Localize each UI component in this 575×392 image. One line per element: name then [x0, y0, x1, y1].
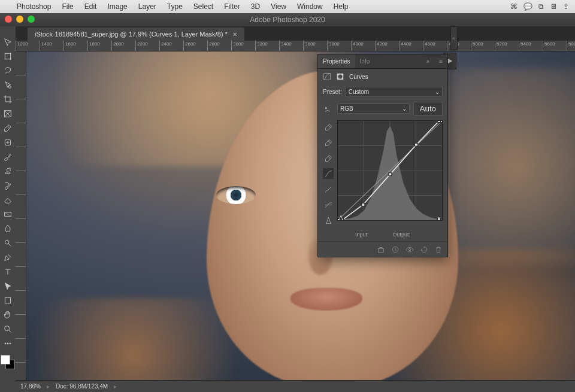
- panel-menu-icon[interactable]: ≡: [434, 54, 447, 68]
- foreground-color-swatch[interactable]: [1, 355, 10, 364]
- clip-to-layer-icon[interactable]: [377, 245, 385, 254]
- type-tool[interactable]: [0, 265, 16, 278]
- svg-rect-73: [378, 248, 383, 252]
- frame-tool[interactable]: [0, 107, 16, 120]
- ruler-tick: 5400: [519, 41, 543, 51]
- ruler-horizontal[interactable]: 1200140016001800200022002400260028003000…: [16, 41, 575, 51]
- canvas-artwork: [26, 51, 575, 380]
- ruler-tick: 1600: [63, 41, 87, 51]
- curves-graph[interactable]: [337, 120, 443, 221]
- status-doc-size[interactable]: Doc: 96,8M/123,4M: [56, 383, 108, 390]
- artboard-tool[interactable]: [0, 50, 16, 63]
- svg-point-58: [325, 107, 327, 109]
- clone-stamp-tool[interactable]: [0, 165, 16, 178]
- white-eyedropper-icon[interactable]: [323, 121, 334, 132]
- gray-eyedropper-icon[interactable]: [323, 137, 334, 148]
- healing-brush-tool[interactable]: [0, 136, 16, 149]
- svg-point-10: [10, 343, 11, 344]
- document-area: iStock-181894581_super.jpg @ 17,9% (Curv…: [16, 26, 575, 392]
- tray-chat-icon[interactable]: 💬: [523, 2, 532, 11]
- document-tabstrip: iStock-181894581_super.jpg @ 17,9% (Curv…: [16, 26, 575, 41]
- foreground-background-swatches[interactable]: [1, 355, 15, 369]
- menu-edit[interactable]: Edit: [84, 2, 97, 11]
- preset-select[interactable]: Custom⌄: [346, 87, 443, 97]
- ruler-tick: 2400: [159, 41, 183, 51]
- blur-tool[interactable]: [0, 222, 16, 235]
- status-zoom[interactable]: 17,86%: [20, 383, 41, 390]
- status-bar: 17,86% ▸ Doc: 96,8M/123,4M ▸: [16, 380, 575, 392]
- svg-point-1: [8, 86, 11, 88]
- black-eyedropper-icon[interactable]: [323, 153, 334, 163]
- menu-photoshop[interactable]: Photoshop: [17, 2, 51, 11]
- tray-screen-icon[interactable]: ⧉: [538, 2, 544, 11]
- ruler-tick: 4000: [351, 41, 375, 51]
- hand-tool[interactable]: [0, 308, 16, 321]
- menu-view[interactable]: View: [271, 2, 286, 11]
- path-select-tool[interactable]: [0, 279, 16, 293]
- window-zoom-button[interactable]: [28, 16, 35, 23]
- window-close-button[interactable]: [5, 16, 12, 23]
- brush-tool[interactable]: [0, 150, 16, 163]
- properties-panel: Properties Info » ≡ Curves Preset: Custo…: [317, 54, 448, 257]
- smooth-curve-icon[interactable]: [323, 199, 334, 210]
- draw-curve-icon[interactable]: [323, 184, 334, 195]
- panel-collapse-handle[interactable]: [450, 26, 458, 50]
- canvas[interactable]: [26, 51, 575, 380]
- tab-properties[interactable]: Properties: [318, 54, 355, 68]
- svg-point-75: [408, 248, 411, 251]
- menu-layer[interactable]: Layer: [138, 2, 156, 11]
- ruler-vertical[interactable]: [16, 51, 26, 380]
- crop-tool[interactable]: [0, 93, 16, 106]
- eraser-tool[interactable]: [0, 193, 16, 206]
- reset-icon[interactable]: [420, 245, 428, 254]
- panel-collapse-icon[interactable]: »: [422, 54, 435, 68]
- menu-3d[interactable]: 3D: [251, 2, 260, 11]
- tray-cc-icon[interactable]: ⌘: [510, 2, 518, 11]
- ruler-tick: 5600: [543, 41, 567, 51]
- gradient-tool[interactable]: [0, 208, 16, 221]
- menu-window[interactable]: Window: [297, 2, 323, 11]
- history-brush-tool[interactable]: [0, 179, 16, 192]
- menu-select[interactable]: Select: [193, 2, 213, 11]
- quick-select-tool[interactable]: [0, 78, 16, 92]
- ruler-tick: 1400: [40, 41, 63, 51]
- dodge-tool[interactable]: [0, 236, 16, 250]
- menu-help[interactable]: Help: [334, 2, 349, 11]
- tray-wifi-icon[interactable]: ⇪: [563, 2, 569, 11]
- input-label: Input:: [355, 232, 369, 238]
- pen-tool[interactable]: [0, 251, 16, 264]
- tray-display-icon[interactable]: 🖥: [550, 2, 557, 11]
- ruler-tick: 1800: [87, 41, 111, 51]
- channel-select[interactable]: RGB⌄: [337, 104, 410, 114]
- window-minimize-button[interactable]: [16, 16, 23, 23]
- move-tool[interactable]: [0, 35, 16, 48]
- auto-button[interactable]: Auto: [413, 102, 443, 116]
- menu-image[interactable]: Image: [107, 2, 127, 11]
- zoom-tool[interactable]: [0, 323, 16, 336]
- menu-filter[interactable]: Filter: [224, 2, 240, 11]
- lasso-tool[interactable]: [0, 64, 16, 77]
- shape-tool[interactable]: [0, 294, 16, 307]
- ruler-tick: 3000: [231, 41, 255, 51]
- edit-points-icon[interactable]: [323, 168, 334, 179]
- svg-point-9: [7, 343, 8, 344]
- mask-mode-icon[interactable]: [336, 72, 344, 81]
- eyedropper-tool[interactable]: [0, 121, 16, 135]
- ruler-tick: 2600: [183, 41, 207, 51]
- document-tab[interactable]: iStock-181894581_super.jpg @ 17,9% (Curv…: [28, 28, 244, 41]
- clip-options-icon[interactable]: [323, 215, 334, 226]
- edit-toolbar[interactable]: [0, 337, 16, 350]
- tab-info[interactable]: Info: [355, 54, 375, 68]
- targeted-adjustment-icon[interactable]: [323, 104, 334, 114]
- ruler-tick: 1200: [16, 41, 40, 51]
- svg-rect-6: [5, 297, 10, 303]
- delete-adjustment-icon[interactable]: [434, 245, 443, 254]
- menu-type[interactable]: Type: [167, 2, 183, 11]
- previous-state-icon[interactable]: [391, 245, 400, 254]
- menu-file[interactable]: File: [62, 2, 73, 11]
- ruler-tick: 4400: [399, 41, 423, 51]
- ruler-tick: 5200: [495, 41, 519, 51]
- close-tab-icon[interactable]: ✕: [232, 31, 237, 38]
- toggle-visibility-icon[interactable]: [405, 245, 414, 254]
- ruler-tick: 5000: [471, 41, 495, 51]
